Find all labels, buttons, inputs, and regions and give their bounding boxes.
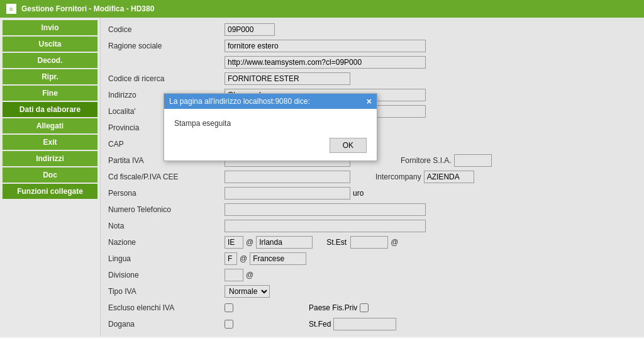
- sidebar-btn-decod[interactable]: Decod.: [3, 53, 97, 68]
- dialog-body: Stampa eseguita OK: [164, 109, 377, 161]
- content-area: Codice Ragione sociale Codice di ricerca…: [101, 18, 644, 337]
- sidebar-btn-allegati[interactable]: Allegati: [3, 118, 97, 133]
- sidebar-btn-indirizzi[interactable]: Indirizzi: [3, 151, 97, 166]
- sidebar-btn-doc[interactable]: Doc: [3, 167, 97, 183]
- title-bar: ≡ Gestione Fornitori - Modifica - HD380: [0, 0, 644, 18]
- sidebar-btn-uscita[interactable]: Uscita: [3, 37, 97, 52]
- dialog-close-button[interactable]: ×: [367, 96, 372, 106]
- sidebar-btn-ripr[interactable]: Ripr.: [3, 69, 97, 84]
- sidebar-btn-invio[interactable]: Invio: [3, 20, 97, 35]
- dialog-box: La pagina all'indirizzo localhost:9080 d…: [164, 93, 377, 161]
- title-text: Gestione Fornitori - Modifica - HD380: [21, 4, 154, 13]
- title-icon: ≡: [6, 4, 16, 14]
- dialog-message: Stampa eseguita: [174, 119, 367, 128]
- sidebar: Invio Uscita Decod. Ripr. Fine Dati da e…: [0, 18, 101, 337]
- dialog-header: La pagina all'indirizzo localhost:9080 d…: [164, 94, 377, 109]
- dialog-ok-button[interactable]: OK: [330, 138, 367, 153]
- sidebar-btn-funzioni[interactable]: Funzioni collegate: [3, 184, 97, 199]
- sidebar-btn-fine[interactable]: Fine: [3, 86, 97, 101]
- sidebar-btn-dati[interactable]: Dati da elaborare: [3, 102, 97, 117]
- dialog-title: La pagina all'indirizzo localhost:9080 d…: [169, 97, 310, 106]
- dialog-buttons: OK: [174, 138, 367, 153]
- main-container: Invio Uscita Decod. Ripr. Fine Dati da e…: [0, 18, 644, 337]
- sidebar-btn-exit[interactable]: Exit: [3, 135, 97, 150]
- dialog-overlay: La pagina all'indirizzo localhost:9080 d…: [101, 18, 644, 337]
